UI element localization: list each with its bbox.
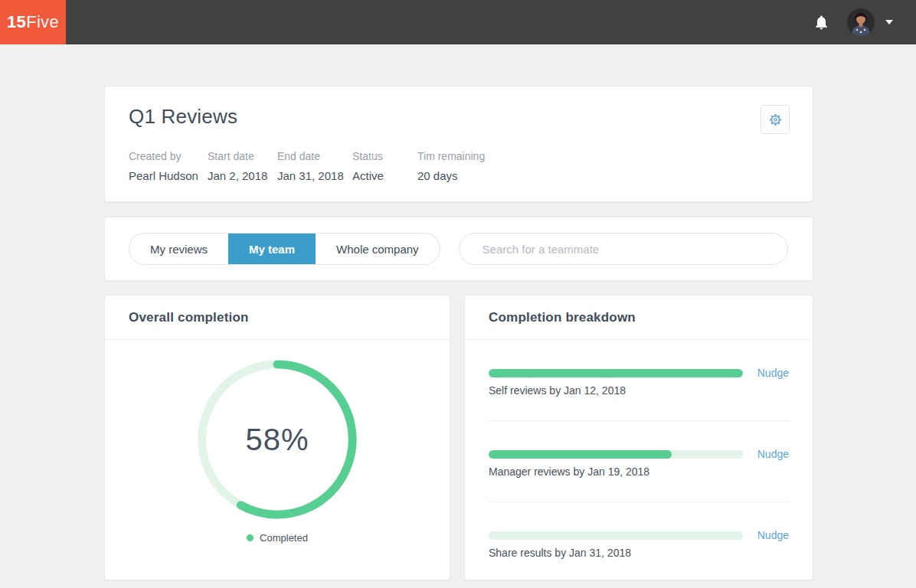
notifications-bell-icon[interactable] (813, 15, 829, 31)
meta-time-remaining: Tim remaining 20 days (417, 150, 485, 182)
user-avatar[interactable] (847, 8, 875, 36)
logo-text-light: Five (26, 12, 59, 32)
tab-whole-company[interactable]: Whole company (316, 234, 440, 264)
main-content: Q1 Reviews (104, 86, 813, 580)
meta-value: 20 days (417, 169, 485, 182)
gear-icon (767, 112, 784, 128)
breakdown-row-self-reviews: Nudge Self reviews by Jan 12, 2018 (489, 340, 789, 420)
meta-label: Created by (129, 150, 208, 162)
meta-value: Pearl Hudson (129, 169, 208, 182)
review-summary-card: Q1 Reviews (104, 86, 813, 202)
completion-percent-label: 58% (195, 357, 360, 522)
progress-fill (489, 450, 672, 459)
nudge-link-share-results[interactable]: Nudge (756, 529, 789, 541)
meta-value: Jan 31, 2018 (277, 169, 352, 182)
nudge-link-self-reviews[interactable]: Nudge (756, 367, 789, 379)
meta-label: Start date (208, 150, 277, 162)
breakdown-row-manager-reviews: Nudge Manager reviews by Jan 19, 2018 (489, 420, 789, 501)
breakdown-row-label: Share results by Jan 31, 2018 (489, 547, 789, 559)
meta-created-by: Created by Pearl Hudson (129, 150, 208, 182)
tab-my-team[interactable]: My team (228, 234, 316, 264)
manager-reviews-progress-bar (489, 450, 743, 459)
overall-completion-title: Overall completion (129, 310, 249, 325)
filter-bar-card: My reviews My team Whole company (104, 217, 813, 281)
nudge-link-manager-reviews[interactable]: Nudge (756, 448, 789, 460)
overall-completion-card: Overall completion 58% Completed (104, 295, 450, 580)
page-title: Q1 Reviews (129, 105, 237, 129)
meta-label: Status (352, 150, 417, 162)
review-scope-tabs: My reviews My team Whole company (129, 233, 440, 265)
self-reviews-progress-bar (489, 369, 743, 377)
share-results-progress-bar (489, 531, 743, 540)
meta-label: Tim remaining (417, 150, 485, 162)
meta-end-date: End date Jan 31, 2018 (277, 150, 352, 182)
teammate-search-input[interactable] (459, 233, 788, 265)
meta-value status-value: Active (352, 169, 417, 182)
topbar-right (813, 8, 916, 36)
charts-row: Overall completion 58% Completed Complet… (104, 295, 813, 580)
legend-completed-label: Completed (260, 532, 308, 544)
topbar: 15Five (0, 0, 916, 44)
review-meta: Created by Pearl Hudson Start date Jan 2… (129, 150, 790, 182)
breakdown-row-label: Self reviews by Jan 12, 2018 (489, 384, 789, 397)
progress-fill (489, 369, 743, 377)
logo-text-bold: 15 (7, 12, 26, 32)
user-menu-caret-icon[interactable] (885, 20, 893, 24)
legend-completed-dot (247, 534, 254, 541)
breakdown-row-share-results: Nudge Share results by Jan 31, 2018 (489, 501, 789, 583)
app-logo[interactable]: 15Five (0, 0, 66, 44)
breakdown-row-label: Manager reviews by Jan 19, 2018 (489, 466, 789, 478)
meta-start-date: Start date Jan 2, 2018 (208, 150, 277, 182)
meta-status: Status Active (352, 150, 417, 182)
completion-donut-chart: 58% (195, 357, 360, 522)
completion-breakdown-card: Completion breakdown Nudge Self reviews … (464, 295, 813, 580)
tab-my-reviews[interactable]: My reviews (129, 234, 228, 264)
donut-legend: Completed (105, 532, 450, 544)
meta-value: Jan 2, 2018 (208, 169, 277, 182)
breakdown-rows: Nudge Self reviews by Jan 12, 2018 Nudge… (465, 340, 813, 583)
completion-breakdown-title: Completion breakdown (489, 310, 636, 325)
meta-label: End date (277, 150, 352, 162)
review-settings-button[interactable] (761, 105, 790, 134)
